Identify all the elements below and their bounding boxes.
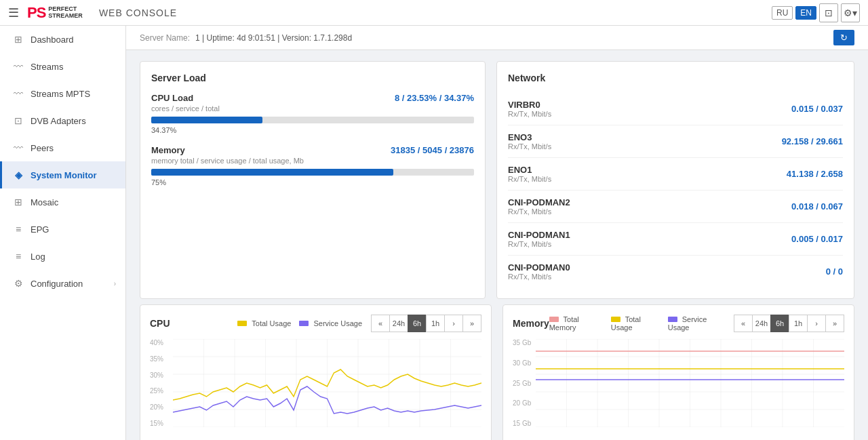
memory-progress-bar [151,169,474,176]
sidebar-item-log[interactable]: ≡ Log [0,243,125,270]
cpu-6h-button[interactable]: 6h [408,315,427,332]
sidebar-item-configuration[interactable]: ⚙ Configuration › [0,270,125,297]
cpu-next-button[interactable]: › [444,315,463,332]
cpu-chart-controls: « 24h 6h 1h › » [372,315,481,332]
top-cards-row: Server Load CPU Load 8 / 23.53% / 34.37%… [126,50,868,304]
peers-icon: 〰 [12,141,25,155]
network-row: CNI-PODMAN1 Rx/Tx, Mbit/s 0.005 / 0.017 [508,223,843,256]
configuration-icon: ⚙ [12,277,25,290]
memory-label: Memory [151,145,185,155]
server-info-bar: Server Name: 1 | Uptime: 4d 9:01:51 | Ve… [126,26,868,50]
sidebar-item-streams[interactable]: 〰 Streams [0,53,125,80]
epg-icon: ≡ [12,222,25,236]
net-sub: Rx/Tx, Mbit/s [508,273,570,281]
network-row: VIRBR0 Rx/Tx, Mbit/s 0.015 / 0.037 [508,93,843,125]
sidebar-label-configuration: Configuration [31,279,83,289]
mem-24h-button[interactable]: 24h [752,315,771,332]
memory-chart-controls: « 24h 6h 1h › » [734,315,844,332]
network-row: CNI-PODMAN2 Rx/Tx, Mbit/s 0.018 / 0.067 [508,191,843,223]
cpu-progress-fill [151,117,262,123]
sidebar-item-streams-mpts[interactable]: 〰 Streams MPTS [0,80,125,107]
net-value: 0.015 / 0.037 [791,104,843,114]
memory-chart-plot [536,339,844,427]
cpu-y-labels: 40% 35% 30% 25% 20% 15% [150,339,170,427]
net-name: VIRBR0 [508,100,551,110]
net-name: CNI-PODMAN0 [508,262,570,273]
dashboard-icon: ⊞ [12,33,25,46]
mem-next-button[interactable]: › [807,315,826,332]
memory-legend-total-mem: Total Memory [549,315,603,332]
sidebar-item-system-monitor[interactable]: ◈ System Monitor [0,161,125,188]
memory-chart-legend: Total Memory Total Usage Service Usage [549,315,725,332]
sidebar-item-epg[interactable]: ≡ EPG [0,216,125,243]
lang-ru-button[interactable]: RU [772,6,793,20]
log-icon: ≡ [12,249,25,263]
net-name: ENO3 [508,132,551,142]
cpu-chart-plot [173,339,481,427]
network-card: Network VIRBR0 Rx/Tx, Mbit/s 0.015 / 0.0… [496,61,854,299]
cpu-value: 8 / 23.53% / 34.37% [395,93,474,103]
net-name: CNI-PODMAN1 [508,230,570,240]
memory-y-labels: 35 Gb 30 Gb 25 Gb 20 Gb 15 Gb [513,339,533,427]
memory-legend-service: Service Usage [668,315,725,332]
charts-row: CPU Total Usage Service Usage [126,304,868,440]
cpu-chart-legend: Total Usage Service Usage [237,319,362,327]
cpu-chart-card: CPU Total Usage Service Usage [140,304,492,440]
memory-legend-total-usage: Total Usage [611,315,660,332]
cpu-24h-button[interactable]: 24h [389,315,408,332]
cpu-chart-header: CPU Total Usage Service Usage [150,315,481,332]
mem-6h-button[interactable]: 6h [770,315,789,332]
server-name-label: Server Name: [140,33,190,43]
cpu-1h-button[interactable]: 1h [426,315,445,332]
settings-icon-button[interactable]: ⚙▾ [841,3,860,22]
cpu-next-next-button[interactable]: » [462,315,481,332]
network-title: Network [508,73,843,83]
dvb-adapters-icon: ⊡ [12,114,25,127]
net-sub: Rx/Tx, Mbit/s [508,207,570,216]
sidebar: ⊞ Dashboard 〰 Streams 〰 Streams MPTS ⊡ D… [0,26,126,440]
net-value: 0.005 / 0.017 [791,234,843,244]
service-usage-dot [299,321,309,326]
net-value: 0 / 0 [826,266,843,277]
net-sub: Rx/Tx, Mbit/s [508,110,551,118]
cpu-legend-service: Service Usage [299,319,362,327]
system-monitor-icon: ◈ [12,168,25,182]
cpu-progress-bar [151,117,474,123]
sync-button[interactable]: ↻ [833,30,854,45]
sidebar-item-dashboard[interactable]: ⊞ Dashboard [0,26,125,53]
memory-chart-area: 35 Gb 30 Gb 25 Gb 20 Gb 15 Gb [513,339,844,427]
sidebar-item-mosaic[interactable]: ⊞ Mosaic [0,188,125,216]
total-memory-dot [549,317,559,322]
cpu-progress-label: 34.37% [151,126,474,134]
cpu-prev-prev-button[interactable]: « [371,315,390,332]
network-row: ENO1 Rx/Tx, Mbit/s 41.138 / 2.658 [508,158,843,191]
main-content: Server Name: 1 | Uptime: 4d 9:01:51 | Ve… [126,26,868,440]
network-row: ENO3 Rx/Tx, Mbit/s 92.158 / 29.661 [508,125,843,158]
total-usage-dot [237,321,247,326]
memory-chart-header: Memory Total Memory Total Usage [513,315,844,332]
mem-next-next-button[interactable]: » [825,315,844,332]
net-sub: Rx/Tx, Mbit/s [508,240,570,248]
sidebar-label-system-monitor: System Monitor [31,170,97,180]
memory-chart-svg [536,339,844,427]
sidebar-label-dvb-adapters: DVB Adapters [31,116,86,126]
memory-value: 31835 / 5045 / 23876 [391,145,474,155]
mem-prev-prev-button[interactable]: « [734,315,753,332]
hamburger-menu-icon[interactable]: ☰ [8,5,19,20]
sidebar-item-peers[interactable]: 〰 Peers [0,134,125,161]
cpu-metric: CPU Load 8 / 23.53% / 34.37% cores / ser… [151,93,474,134]
cpu-chart-svg [173,339,481,427]
monitor-icon-button[interactable]: ⊡ [819,3,838,22]
lang-en-button[interactable]: EN [795,6,816,20]
net-sub: Rx/Tx, Mbit/s [508,142,551,151]
mem-1h-button[interactable]: 1h [789,315,808,332]
memory-total-usage-dot [611,317,620,322]
net-value: 92.158 / 29.661 [782,136,843,146]
net-value: 41.138 / 2.658 [787,169,843,179]
sidebar-item-dvb-adapters[interactable]: ⊡ DVB Adapters [0,107,125,134]
net-name: CNI-PODMAN2 [508,197,570,207]
memory-sub: memory total / service usage / total usa… [151,157,474,165]
sidebar-label-streams: Streams [31,62,63,72]
header-controls: RU EN ⊡ ⚙▾ [772,3,860,22]
memory-chart-title: Memory [513,318,549,329]
